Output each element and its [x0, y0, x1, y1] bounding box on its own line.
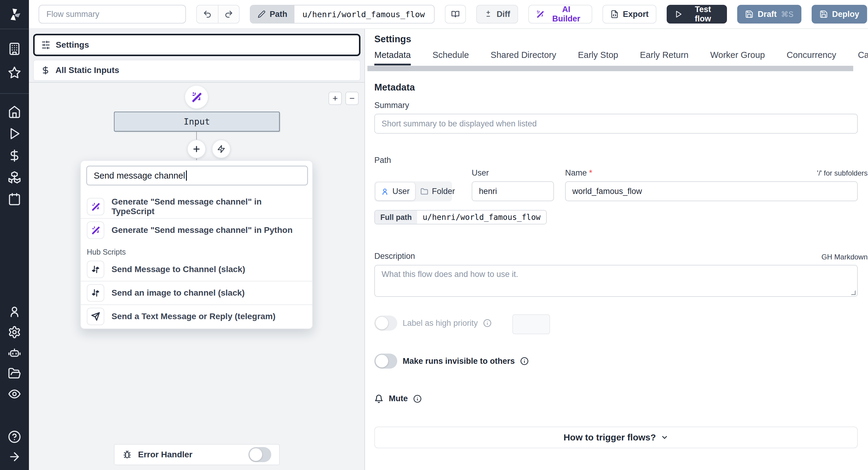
diff-button[interactable]: Diff — [476, 5, 518, 24]
export-button[interactable]: Export — [602, 5, 657, 24]
hub-scripts-section-label: Hub Scripts — [87, 248, 126, 257]
variables-dollar-icon[interactable] — [8, 149, 21, 162]
sidebar — [0, 0, 29, 470]
high-priority-toggle[interactable] — [374, 316, 397, 331]
step-search-input[interactable]: Send message channel — [86, 166, 308, 185]
settings-gear-icon[interactable] — [8, 325, 21, 339]
subfolder-hint: '/' for subfolders — [817, 169, 868, 177]
trigger-step-button[interactable] — [212, 140, 230, 158]
path-edit-chip[interactable]: Path — [250, 5, 295, 23]
windmill-flow-editor: Path u/henri/world_famous_flow Diff AI B… — [0, 0, 868, 470]
zoom-in-button[interactable]: + — [329, 92, 342, 105]
summary-input[interactable] — [374, 114, 858, 134]
favorites-star-icon[interactable] — [8, 66, 21, 79]
high-priority-label: Label as high priority — [403, 319, 478, 328]
workers-robot-icon[interactable] — [8, 346, 21, 360]
description-label: Description — [374, 252, 415, 261]
home-icon[interactable] — [8, 105, 21, 119]
all-static-inputs-row[interactable]: All Static Inputs — [33, 60, 361, 81]
windmill-logo[interactable] — [7, 7, 22, 22]
tab-worker-group[interactable]: Worker Group — [710, 50, 765, 65]
tab-cache[interactable]: Cache — [858, 50, 868, 65]
path-value[interactable]: u/henri/world_famous_flow — [294, 5, 434, 23]
info-icon[interactable] — [520, 357, 529, 365]
toolbar: Path u/henri/world_famous_flow Diff AI B… — [29, 0, 868, 29]
step-search-value: Send message channel — [94, 171, 185, 181]
owner-user-option[interactable]: User — [375, 182, 415, 200]
menu-item-slack-image[interactable]: Send an image to channel (slack) — [81, 282, 312, 304]
deploy-button[interactable]: Deploy — [812, 5, 867, 24]
path-section-label: Path — [374, 156, 391, 165]
diff-label: Diff — [497, 10, 510, 19]
folders-icon[interactable] — [8, 367, 21, 380]
settings-tabs: Metadata Schedule Shared Directory Early… — [374, 50, 868, 65]
full-path-row: Full path u/henri/world_famous_flow — [374, 210, 547, 225]
ai-builder-button[interactable]: AI Builder — [528, 5, 592, 24]
chevron-down-icon — [661, 434, 669, 441]
step-picker-menu: Send message channel Generate "Send mess… — [80, 160, 313, 329]
menu-item-slack-message[interactable]: Send Message to Channel (slack) — [81, 258, 312, 281]
redo-button[interactable] — [218, 5, 239, 23]
tab-early-stop[interactable]: Early Stop — [578, 50, 618, 65]
flow-settings-row[interactable]: Settings — [33, 34, 361, 56]
wand-icon — [87, 198, 104, 215]
pen-icon — [258, 10, 266, 18]
runs-play-icon[interactable] — [8, 127, 21, 140]
input-node[interactable]: Input — [114, 112, 280, 131]
name-input[interactable] — [565, 181, 858, 201]
description-textarea[interactable] — [374, 265, 858, 297]
tab-early-return[interactable]: Early Return — [640, 50, 688, 65]
markdown-hint: GH Markdown — [821, 253, 867, 261]
bell-icon — [374, 394, 383, 403]
invisible-runs-row: Make runs invisible to others — [374, 354, 529, 369]
save-icon — [819, 10, 828, 19]
info-icon[interactable] — [413, 394, 422, 403]
tab-schedule[interactable]: Schedule — [433, 50, 469, 65]
book-icon — [451, 10, 460, 19]
expand-arrow-icon[interactable] — [8, 450, 21, 463]
schedules-calendar-icon[interactable] — [8, 193, 21, 206]
name-field-label: Name * — [565, 168, 592, 178]
invisible-runs-toggle[interactable] — [374, 354, 397, 369]
settings-panel: Settings Metadata Schedule Shared Direct… — [365, 29, 868, 470]
info-icon[interactable] — [483, 319, 492, 327]
tab-metadata[interactable]: Metadata — [374, 50, 411, 65]
menu-item-label: Send Message to Channel (slack) — [112, 265, 245, 274]
play-icon — [675, 10, 682, 19]
slack-icon — [87, 261, 104, 278]
owner-folder-option[interactable]: Folder — [415, 182, 461, 200]
undo-button[interactable] — [197, 5, 218, 23]
ai-flow-button[interactable] — [185, 86, 208, 109]
user-icon — [381, 188, 389, 196]
tabs-scrollbar[interactable] — [367, 66, 853, 71]
error-handler-row[interactable]: Error Handler — [114, 444, 280, 465]
test-flow-button[interactable]: Test flow — [667, 5, 727, 24]
user-input[interactable] — [472, 181, 554, 201]
audit-eye-icon[interactable] — [8, 387, 21, 401]
menu-item-telegram-message[interactable]: Send a Text Message or Reply (telegram) — [81, 305, 312, 328]
menu-item-generate-python[interactable]: Generate "Send message channel" in Pytho… — [81, 219, 312, 242]
help-icon[interactable] — [8, 430, 21, 443]
bolt-icon — [217, 145, 225, 153]
how-to-trigger-flows-button[interactable]: How to trigger flows? — [374, 427, 858, 448]
content: Settings All Static Inputs + − Input — [29, 29, 868, 470]
flow-summary-input[interactable] — [38, 5, 186, 24]
tab-shared-directory[interactable]: Shared Directory — [491, 50, 556, 65]
workspace-icon[interactable] — [8, 42, 21, 56]
draft-button[interactable]: Draft ⌘S — [737, 5, 801, 24]
user-icon[interactable] — [8, 305, 21, 318]
menu-item-label: Send a Text Message or Reply (telegram) — [112, 312, 276, 321]
menu-item-label: Generate "Send message channel" in TypeS… — [112, 197, 306, 216]
resources-cubes-icon[interactable] — [8, 171, 21, 184]
priority-value-input[interactable] — [513, 314, 550, 334]
add-step-button[interactable] — [187, 140, 206, 158]
path-group[interactable]: Path u/henri/world_famous_flow — [250, 5, 435, 24]
docs-button[interactable] — [445, 5, 466, 24]
zoom-out-button[interactable]: − — [345, 92, 359, 105]
flow-canvas[interactable]: + − Input Send message channel — [29, 82, 364, 470]
menu-item-generate-typescript[interactable]: Generate "Send message channel" in TypeS… — [81, 195, 312, 218]
summary-label: Summary — [374, 101, 409, 110]
full-path-value[interactable]: u/henri/world_famous_flow — [417, 211, 546, 224]
tab-concurrency[interactable]: Concurrency — [786, 50, 836, 65]
error-handler-toggle[interactable] — [248, 447, 271, 462]
